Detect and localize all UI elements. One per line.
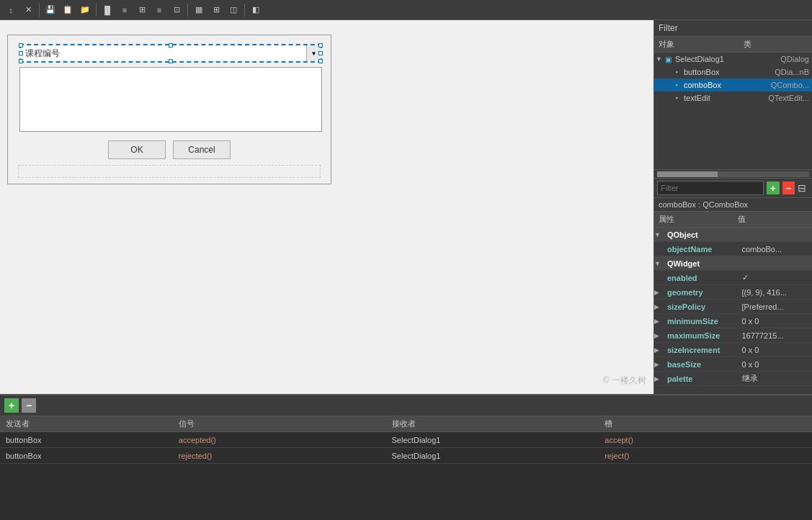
toolbar-btn-paste[interactable]: 📁 (77, 2, 93, 18)
props-row-maximumsize-arrow: ▶ (654, 332, 663, 339)
tree-name-selectdialog: SelectDialog1 (675, 55, 780, 63)
toolbar-btn-grid3[interactable]: ◫ (226, 2, 241, 18)
props-subtitle: comboBox : QComboBox (654, 198, 812, 212)
props-cell-objectname-key: objectName (663, 243, 738, 255)
toolbar-btn-extra[interactable]: ◧ (248, 2, 264, 18)
toolbar-btn-grid2[interactable]: ⊞ (208, 2, 224, 18)
props-section-qwidget-value (738, 262, 813, 265)
props-cell-enabled-val: ✓ (738, 272, 813, 284)
props-filter-input[interactable] (657, 181, 764, 195)
toolbar-btn-layout3[interactable]: ⊞ (134, 2, 150, 18)
right-panel: Filter 对象 类 ▼ ▣ SelectDialog1 QDialog ▪ … (653, 20, 812, 394)
props-section-qobject[interactable]: ▼ QObject (654, 228, 812, 242)
handle-bl (19, 59, 23, 63)
toolbar-btn-layout1[interactable]: ▐▌ (99, 2, 115, 18)
props-header-attr: 属性 (654, 212, 733, 227)
props-row-sizeincrement[interactable]: ▶ sizeIncrement 0 x 0 (654, 343, 812, 357)
props-cell-geometry-key: geometry (663, 287, 738, 298)
handle-tc (169, 43, 173, 48)
signals-table: buttonBox accepted() SelectDialog1 accep… (0, 432, 812, 520)
toolbar-btn-layout4[interactable]: ≡ (151, 2, 167, 18)
props-cell-basesize-key: baseSize (663, 359, 738, 370)
props-row-enabled[interactable]: enabled ✓ (654, 271, 812, 285)
toolbar-sep-4 (244, 4, 245, 17)
toolbar-btn-grid1[interactable]: ▦ (191, 2, 207, 18)
tree-class-textedit: QTextEdit... (768, 94, 809, 102)
main-area: 课程编号 ▼ OK Cancel © 一楼久树 Filter 对象 (0, 20, 812, 394)
tree-item-combobox[interactable]: ▪ comboBox QCombo... (654, 79, 812, 91)
toolbar-btn-copy[interactable]: 📋 (60, 2, 76, 18)
signals-row-0[interactable]: buttonBox accepted() SelectDialog1 accep… (0, 432, 812, 448)
bottom-panel: + − 发送者 信号 接收者 槽 buttonBox accepted() Se… (0, 394, 812, 520)
section-arrow-qwidget: ▼ (654, 260, 663, 267)
signals-col-receiver: 接收者 (386, 416, 599, 431)
signals-remove-button[interactable]: − (22, 398, 36, 413)
tree-name-combobox: comboBox (684, 81, 771, 89)
props-cell-maximumsize-val: 16777215... (738, 330, 813, 341)
handle-tr (318, 43, 323, 48)
tree-item-buttonbox[interactable]: ▪ buttonBox QDia...nB (654, 66, 812, 79)
toolbar-sep-1 (39, 4, 40, 17)
tree-filter-label: Filter (659, 22, 678, 35)
props-cell-sizepolicy-key: sizePolicy (663, 301, 738, 313)
tree-class-buttonbox: QDia...nB (775, 68, 809, 76)
props-row-palette[interactable]: ▶ palette 继承 (654, 372, 812, 386)
tree-hscroll-track (657, 171, 809, 177)
toolbar-btn-layout2[interactable]: ≡ (117, 2, 133, 18)
toolbar-btn-1[interactable]: ↕ (3, 2, 19, 18)
tree-icon-buttonbox: ▪ (672, 67, 682, 77)
tree-icon-dialog: ▣ (663, 54, 673, 64)
tree-icon-textedit: ▪ (672, 93, 682, 103)
tree-hscroll-thumb (657, 171, 718, 177)
props-row-maximumsize[interactable]: ▶ maximumSize 16777215... (654, 328, 812, 343)
signals-row-1[interactable]: buttonBox rejected() SelectDialog1 rejec… (0, 448, 812, 464)
props-cell-enabled-key: enabled (663, 272, 738, 284)
tree-name-buttonbox: buttonBox (684, 68, 775, 76)
dialog-buttons: OK Cancel (14, 138, 325, 162)
toolbar-btn-layout5[interactable]: ⊡ (169, 2, 184, 18)
props-cell-objectname-val: comboBo... (738, 243, 813, 255)
props-cell-palette-val: 继承 (738, 372, 813, 385)
props-row-basesize-arrow: ▶ (654, 361, 663, 368)
signals-row1-receiver: SelectDialog1 (386, 450, 599, 462)
combo-box-widget[interactable]: 课程编号 ▼ (19, 44, 322, 63)
props-cell-minimumsize-val: 0 x 0 (738, 315, 813, 327)
ok-button[interactable]: OK (108, 140, 166, 159)
text-edit-widget[interactable] (19, 67, 322, 132)
props-row-objectname[interactable]: objectName comboBo... (654, 242, 812, 256)
tree-col-class: 类 (739, 37, 812, 52)
cancel-button[interactable]: Cancel (173, 140, 231, 159)
props-table-header: 属性 值 (654, 212, 812, 228)
signals-row1-sender: buttonBox (0, 450, 173, 462)
props-panel: + − ⊟ comboBox : QComboBox 属性 值 ▼ QObjec… (654, 178, 812, 394)
signals-row0-receiver: SelectDialog1 (386, 434, 599, 446)
tree-hscroll[interactable] (654, 169, 812, 178)
toolbar-sep-3 (187, 4, 188, 17)
dialog-preview: 课程编号 ▼ OK Cancel (7, 35, 331, 184)
signals-col-sender: 发送者 (0, 416, 173, 431)
props-remove-button[interactable]: − (782, 181, 795, 194)
tree-item-selectdialog[interactable]: ▼ ▣ SelectDialog1 QDialog (654, 53, 812, 66)
props-cell-sizepolicy-val: [Preferred... (738, 301, 813, 313)
props-add-button[interactable]: + (767, 181, 780, 194)
toolbar-btn-close[interactable]: ✕ (20, 2, 36, 18)
tree-header: 对象 类 (654, 37, 812, 53)
props-row-geometry[interactable]: ▶ geometry [(9, 9), 416... (654, 285, 812, 300)
props-row-basesize[interactable]: ▶ baseSize 0 x 0 (654, 357, 812, 372)
props-row-sizepolicy[interactable]: ▶ sizePolicy [Preferred... (654, 300, 812, 314)
signals-toolbar: + − (0, 395, 812, 416)
props-section-qwidget[interactable]: ▼ QWidget (654, 256, 812, 271)
toolbar-btn-save[interactable]: 💾 (43, 2, 58, 18)
signals-add-button[interactable]: + (4, 398, 19, 413)
tree-item-textedit[interactable]: ▪ textEdit QTextEdit... (654, 91, 812, 104)
props-cell-palette-key: palette (663, 373, 738, 385)
props-expand-btn[interactable]: ⊟ (798, 182, 809, 194)
props-section-qobject-value (738, 233, 813, 236)
tree-arrow-root: ▼ (656, 55, 663, 63)
tree-name-textedit: textEdit (684, 94, 768, 102)
signals-header: 发送者 信号 接收者 槽 (0, 416, 812, 432)
signals-row1-signal: rejected() (173, 450, 386, 462)
props-row-minimumsize[interactable]: ▶ minimumSize 0 x 0 (654, 314, 812, 328)
tree-icon-combobox: ▪ (672, 80, 682, 90)
props-cell-minimumsize-key: minimumSize (663, 315, 738, 327)
